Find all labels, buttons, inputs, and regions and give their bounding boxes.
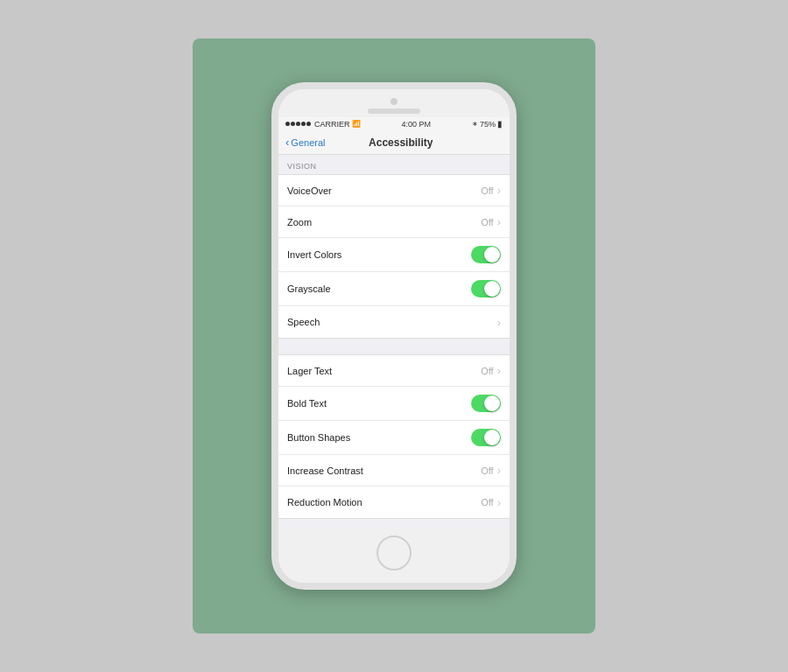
status-left: CARRIER 📶	[285, 120, 361, 129]
larger-text-value: Off	[481, 366, 493, 376]
signal-dot-3	[296, 122, 300, 126]
section-gap	[278, 339, 510, 354]
green-background: CARRIER 📶 4:00 PM ∗ 75% ▮ ‹ General Acce…	[193, 38, 595, 634]
row-increase-contrast[interactable]: Increase Contrast Off ›	[278, 455, 510, 486]
increase-contrast-value: Off	[481, 466, 493, 476]
home-button[interactable]	[376, 536, 412, 570]
signal-dot-1	[285, 122, 290, 126]
battery-icon: ▮	[497, 119, 503, 129]
screen-title: Accessibility	[325, 136, 476, 149]
voiceover-label: VoiceOver	[287, 186, 332, 196]
phone-speaker	[368, 108, 420, 114]
reduction-motion-label: Reduction Motion	[287, 497, 362, 508]
row-bold-text[interactable]: Bold Text	[278, 387, 510, 421]
larger-text-right: Off ›	[481, 364, 501, 377]
button-shapes-toggle-knob	[484, 430, 500, 445]
speech-label: Speech	[287, 317, 320, 327]
reduction-motion-right: Off ›	[481, 496, 501, 509]
increase-contrast-chevron-icon: ›	[497, 464, 501, 477]
phone-top	[278, 89, 510, 117]
bold-text-label: Bold Text	[287, 398, 327, 409]
row-invert-colors[interactable]: Invert Colors	[278, 238, 510, 272]
bold-text-toggle[interactable]	[471, 395, 501, 412]
signal-dot-2	[291, 122, 295, 126]
invert-colors-label: Invert Colors	[287, 249, 341, 260]
status-bar: CARRIER 📶 4:00 PM ∗ 75% ▮	[278, 117, 510, 130]
larger-text-chevron-icon: ›	[497, 364, 501, 377]
reduction-motion-value: Off	[481, 497, 493, 508]
increase-contrast-label: Increase Contrast	[287, 466, 363, 476]
row-larger-text[interactable]: Lager Text Off ›	[278, 355, 510, 387]
front-camera	[390, 98, 398, 105]
row-reduction-motion[interactable]: Reduction Motion Off ›	[278, 486, 510, 518]
signal-dot-5	[306, 122, 311, 126]
row-button-shapes[interactable]: Button Shapes	[278, 421, 510, 455]
back-chevron-icon: ‹	[285, 136, 289, 149]
carrier-label: CARRIER	[314, 120, 350, 129]
signal-bars	[285, 122, 311, 126]
zoom-label: Zoom	[287, 217, 312, 228]
invert-colors-toggle[interactable]	[471, 246, 501, 263]
bold-text-toggle-knob	[484, 396, 500, 411]
speech-right: ›	[497, 316, 501, 329]
back-button[interactable]: ‹ General	[285, 136, 325, 149]
settings-group-vision: VoiceOver Off › Zoom Off › Invert Colors	[278, 174, 510, 339]
screen-content: VISION VoiceOver Off › Zoom Off ›	[278, 155, 510, 527]
voiceover-value: Off	[481, 186, 493, 196]
reduction-motion-chevron-icon: ›	[497, 496, 501, 509]
signal-dot-4	[301, 122, 306, 126]
larger-text-label: Lager Text	[287, 366, 332, 376]
voiceover-right: Off ›	[481, 184, 501, 197]
section-header-vision: VISION	[278, 155, 510, 174]
button-shapes-toggle[interactable]	[471, 429, 501, 446]
navigation-bar: ‹ General Accessibility	[278, 130, 510, 155]
status-time: 4:00 PM	[401, 120, 431, 129]
wifi-icon: 📶	[352, 120, 361, 128]
grayscale-toggle[interactable]	[471, 280, 501, 298]
zoom-value: Off	[481, 217, 493, 228]
status-right: ∗ 75% ▮	[472, 119, 503, 129]
invert-colors-toggle-knob	[484, 247, 500, 262]
row-voiceover[interactable]: VoiceOver Off ›	[278, 175, 510, 206]
zoom-chevron-icon: ›	[497, 215, 501, 228]
back-label: General	[291, 137, 325, 148]
speech-chevron-icon: ›	[497, 316, 501, 329]
bluetooth-icon: ∗	[472, 120, 478, 128]
grayscale-toggle-knob	[484, 281, 500, 297]
row-zoom[interactable]: Zoom Off ›	[278, 206, 510, 238]
row-speech[interactable]: Speech ›	[278, 306, 510, 338]
voiceover-chevron-icon: ›	[497, 184, 501, 197]
zoom-right: Off ›	[481, 215, 501, 228]
phone-bottom	[278, 527, 510, 583]
increase-contrast-right: Off ›	[481, 464, 501, 477]
button-shapes-label: Button Shapes	[287, 432, 350, 443]
row-grayscale[interactable]: Grayscale	[278, 272, 510, 306]
grayscale-label: Grayscale	[287, 284, 331, 294]
settings-group-interaction: Lager Text Off › Bold Text Button Shapes	[278, 354, 510, 519]
battery-percent: 75%	[480, 120, 496, 129]
phone-frame: CARRIER 📶 4:00 PM ∗ 75% ▮ ‹ General Acce…	[271, 82, 517, 590]
